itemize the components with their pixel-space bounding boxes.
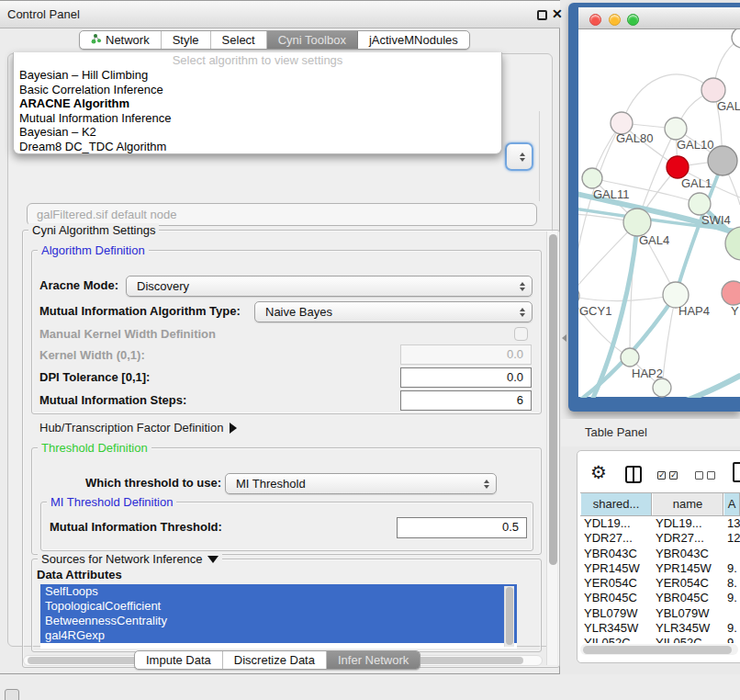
node-label: GCY1 — [579, 304, 611, 318]
table-row[interactable]: YER054CYER054C8. — [580, 576, 740, 591]
algorithm-option[interactable]: Basic Correlation Inference — [14, 83, 501, 97]
data-attributes-list: SelfLoopsTopologicalCoefficientBetweenne… — [40, 584, 517, 649]
mi-steps-label: Mutual Information Steps: — [39, 390, 186, 411]
attribute-item[interactable]: gal4RGexp — [40, 628, 517, 643]
mi-threshold-field[interactable]: 0.5 — [397, 517, 527, 538]
table-horizontal-scrollbar[interactable] — [580, 644, 738, 655]
attribute-item[interactable]: TopologicalCoefficient — [40, 599, 517, 614]
tab-infer-network[interactable]: Infer Network — [327, 651, 420, 669]
settings-vertical-scrollbar[interactable] — [546, 231, 557, 665]
table-row[interactable]: YDR27...YDR27...12 — [580, 531, 740, 546]
zoom-traffic-icon[interactable] — [627, 14, 639, 26]
tab-impute-data[interactable]: Impute Data — [135, 651, 223, 669]
control-panel-window: Control Panel ✕ NetworkStyleSelectCyni T… — [0, 0, 560, 674]
checked-box-icon[interactable]: ✓ — [657, 471, 666, 480]
threshold-definition-title: Threshold Definition — [38, 441, 151, 455]
algorithm-popup-prompt: Select algorithm to view settings — [14, 52, 501, 68]
table-header-row: shared...nameA — [580, 492, 740, 516]
manual-kernel-label: Manual Kernel Width Definition — [39, 326, 216, 342]
algorithm-option[interactable]: ARACNE Algorithm — [14, 96, 501, 111]
network-node[interactable] — [653, 378, 671, 397]
column-header[interactable]: A — [723, 493, 740, 515]
control-panel-titlebar: Control Panel ✕ — [0, 1, 560, 28]
combo-arrows-icon — [484, 480, 489, 489]
tab-discretize-data[interactable]: Discretize Data — [223, 651, 327, 669]
node-label: HAP4 — [678, 304, 710, 318]
network-node-gal11[interactable] — [582, 168, 602, 188]
document-icon[interactable] — [733, 462, 740, 482]
algorithm-option[interactable]: Bayesian – K2 — [14, 125, 501, 140]
control-panel-tabs: NetworkStyleSelectCyni ToolboxjActiveMNo… — [79, 30, 470, 50]
attribute-item[interactable]: SelfLoops — [40, 584, 517, 599]
hub-definition-expander[interactable]: Hub/Transcription Factor Definition — [39, 420, 237, 435]
unchecked-box-icon[interactable] — [707, 471, 715, 480]
algorithm-popup: Select algorithm to view settings Bayesi… — [13, 52, 502, 154]
gear-icon[interactable]: ⚙ — [590, 461, 607, 483]
tab-cyni-toolbox[interactable]: Cyni Toolbox — [267, 31, 358, 49]
table-row[interactable]: YIL052CYIL052C9 — [580, 636, 740, 643]
mi-steps-field[interactable]: 6 — [400, 390, 532, 411]
close-icon[interactable]: ✕ — [552, 6, 563, 21]
algorithm-option[interactable]: Bayesian – Hill Climbing — [14, 68, 501, 83]
close-traffic-icon[interactable] — [589, 14, 601, 26]
tab-network[interactable]: Network — [80, 31, 162, 49]
which-threshold-combo[interactable]: MI Threshold — [225, 473, 497, 494]
cyni-algorithm-settings-title: Cyni Algorithm Settings — [28, 223, 159, 237]
attribute-item[interactable]: BetweennessCentrality — [40, 614, 517, 628]
network-node-hap2[interactable] — [621, 348, 639, 367]
table-row[interactable]: YBR045CYBR045C9. — [580, 591, 740, 605]
algorithm-option[interactable]: Dream8 DC_TDC Algorithm — [14, 140, 501, 154]
checked-box-icon[interactable]: ✓ — [669, 471, 678, 480]
dpi-tolerance-label: DPI Tolerance [0,1]: — [39, 367, 150, 388]
groupbox-edge — [539, 111, 540, 201]
data-attributes-header: Data Attributes — [37, 567, 122, 582]
table-row[interactable]: YBR043CYBR043C — [580, 547, 740, 561]
attributes-scrollbar[interactable] — [504, 586, 514, 647]
network-node-gcy1[interactable] — [578, 286, 579, 306]
kernel-width-field[interactable]: 0.0 — [400, 344, 532, 365]
node-label: GAL1 — [681, 176, 712, 190]
node-label: Y — [731, 304, 739, 318]
network-node-gal1[interactable] — [667, 156, 689, 178]
dpi-tolerance-field[interactable]: 0.0 — [400, 367, 532, 388]
node-label: SWI4 — [701, 213, 731, 227]
minimized-panel-icon[interactable] — [5, 689, 19, 700]
collapse-arrow-icon[interactable] — [207, 556, 219, 563]
tab-style[interactable]: Style — [162, 31, 211, 49]
network-node-y[interactable] — [722, 281, 740, 305]
node-label: GAL11 — [593, 187, 630, 201]
float-window-icon[interactable] — [537, 10, 547, 20]
mi-threshold-group-title: MI Threshold Definition — [47, 495, 176, 509]
node-label: GAL80 — [616, 131, 653, 145]
manual-kernel-checkbox[interactable] — [514, 327, 528, 341]
aracne-mode-label: Aracne Mode: — [39, 276, 118, 296]
screen: Control Panel ✕ NetworkStyleSelectCyni T… — [0, 0, 740, 700]
mi-type-label: Mutual Information Algorithm Type: — [39, 301, 241, 322]
table-row[interactable]: YBL079WYBL079W — [580, 606, 740, 621]
tab-jactivemnodules[interactable]: jActiveMNodules — [358, 31, 469, 49]
table-row[interactable]: YPR145WYPR145W9. — [580, 561, 740, 576]
algorithm-option[interactable]: Mutual Information Inference — [14, 111, 501, 126]
network-window-titlebar[interactable] — [578, 7, 740, 29]
tab-select[interactable]: Select — [211, 31, 267, 49]
network-node-gal4[interactable] — [623, 209, 651, 236]
expand-arrow-icon[interactable] — [230, 423, 237, 434]
network-node-gal10[interactable] — [665, 118, 687, 140]
node-label: GAL10 — [677, 138, 713, 152]
inference-algorithm-combo[interactable] — [505, 142, 533, 171]
mi-threshold-label: Mutual Information Threshold: — [50, 517, 222, 537]
panel-divider-grip[interactable] — [562, 334, 566, 342]
table-row[interactable]: YDL19...YDL19...13 — [580, 516, 740, 531]
column-header[interactable]: name — [652, 493, 723, 515]
aracne-mode-combo[interactable]: Discovery — [126, 276, 533, 297]
split-columns-icon[interactable] — [625, 466, 642, 483]
minimize-traffic-icon[interactable] — [609, 14, 621, 26]
network-node-swi4[interactable] — [689, 193, 711, 215]
network-canvas[interactable]: GALGAL80GAL10GAL1GAL11SWI4GAL4GCY1HAP4YH… — [578, 29, 740, 397]
network-node[interactable] — [708, 146, 737, 175]
column-header[interactable]: shared... — [580, 493, 652, 515]
mi-type-combo[interactable]: Naive Bayes — [254, 301, 533, 322]
unchecked-box-icon[interactable] — [695, 471, 703, 480]
table-row[interactable]: YLR345WYLR345W9. — [580, 621, 740, 636]
combo-arrows-icon — [520, 308, 525, 317]
